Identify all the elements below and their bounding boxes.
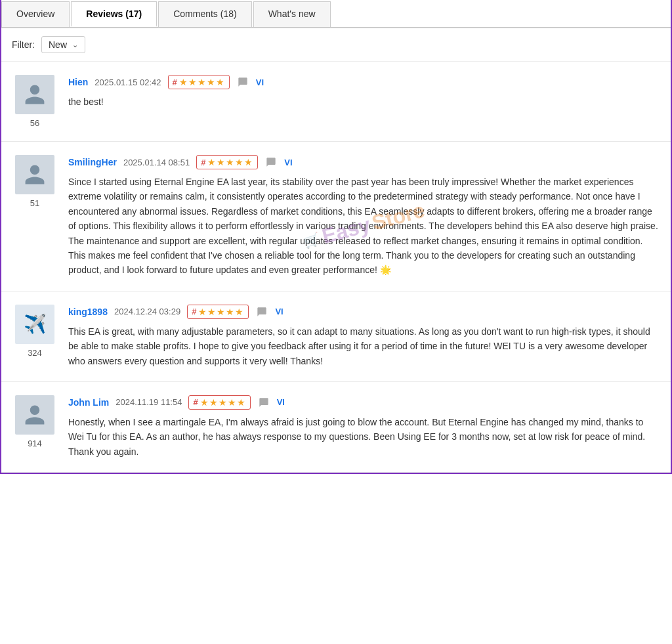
filter-bar: Filter: New ⌄ bbox=[1, 28, 671, 62]
review-date: 2024.11.19 11:54 bbox=[116, 397, 182, 407]
reviewer-name[interactable]: John Lim bbox=[68, 397, 109, 408]
reviewer-number: 51 bbox=[30, 198, 39, 208]
review-header: John Lim 2024.11.19 11:54 # ★★★★★ VI bbox=[68, 395, 660, 410]
rating-badge: # ★★★★★ bbox=[187, 305, 249, 319]
hash-icon: # bbox=[192, 307, 196, 316]
jet-emoji: ✈️ bbox=[24, 313, 47, 335]
reviewer-avatar-col: ✈️ 324 bbox=[12, 305, 58, 368]
tab-bar: Overview Reviews (17) Comments (18) What… bbox=[1, 0, 671, 28]
avatar bbox=[15, 155, 54, 194]
hash-icon: # bbox=[201, 158, 205, 167]
reviewer-number: 56 bbox=[30, 118, 39, 128]
review-text: the best! bbox=[68, 95, 660, 109]
review-date: 2025.01.14 08:51 bbox=[123, 158, 190, 167]
review-item: ✈️ 324 king1898 2024.12.24 03:29 # ★★★★★ bbox=[1, 291, 671, 382]
tab-overview[interactable]: Overview bbox=[1, 1, 70, 27]
avatar: ✈️ bbox=[15, 305, 54, 344]
filter-dropdown[interactable]: New ⌄ bbox=[41, 36, 85, 53]
comment-icon bbox=[257, 397, 270, 408]
review-item: 914 John Lim 2024.11.19 11:54 # ★★★★★ bbox=[1, 382, 671, 473]
speech-bubble-icon bbox=[255, 307, 268, 317]
lang-badge: VI bbox=[256, 77, 264, 87]
filter-label: Filter: bbox=[12, 39, 35, 50]
reviewer-number: 914 bbox=[28, 439, 42, 448]
speech-bubble-icon bbox=[264, 157, 278, 167]
person-icon bbox=[23, 83, 47, 106]
review-header: king1898 2024.12.24 03:29 # ★★★★★ VI bbox=[68, 305, 660, 319]
stars: ★★★★★ bbox=[207, 157, 253, 167]
comment-icon bbox=[255, 307, 268, 317]
lang-badge: VI bbox=[275, 307, 283, 316]
tab-whatsnew[interactable]: What's new bbox=[253, 1, 331, 27]
review-header: Hien 2025.01.15 02:42 # ★★★★★ VI bbox=[68, 75, 660, 89]
review-item: 56 Hien 2025.01.15 02:42 # ★★★★★ VI bbox=[1, 62, 671, 142]
review-text: Since I started using Eternal Engine EA … bbox=[68, 175, 660, 278]
stars: ★★★★★ bbox=[179, 77, 225, 87]
review-content: Hien 2025.01.15 02:42 # ★★★★★ VI the bes… bbox=[68, 75, 660, 128]
speech-bubble-icon bbox=[236, 77, 249, 87]
reviews-list: 56 Hien 2025.01.15 02:42 # ★★★★★ VI bbox=[1, 62, 671, 473]
review-item: 51 SmilingHer 2025.01.14 08:51 # ★★★★★ bbox=[1, 142, 671, 291]
review-text: Honestly, when I see a martingale EA, I'… bbox=[68, 415, 660, 459]
lang-badge: VI bbox=[277, 397, 285, 407]
stars: ★★★★★ bbox=[200, 397, 246, 408]
avatar bbox=[15, 75, 54, 114]
chevron-down-icon: ⌄ bbox=[72, 41, 78, 49]
rating-badge: # ★★★★★ bbox=[188, 395, 250, 410]
review-content: king1898 2024.12.24 03:29 # ★★★★★ VI Thi… bbox=[68, 305, 660, 368]
filter-selected-value: New bbox=[49, 39, 67, 50]
reviewer-number: 324 bbox=[28, 348, 42, 358]
person-icon bbox=[23, 403, 47, 427]
reviewer-name[interactable]: Hien bbox=[68, 77, 88, 87]
reviewer-name[interactable]: king1898 bbox=[68, 307, 108, 317]
reviewer-avatar-col: 914 bbox=[12, 395, 58, 459]
person-icon bbox=[23, 163, 47, 186]
reviewer-avatar-col: 56 bbox=[12, 75, 58, 128]
review-date: 2024.12.24 03:29 bbox=[114, 307, 180, 316]
review-header: SmilingHer 2025.01.14 08:51 # ★★★★★ VI bbox=[68, 155, 660, 169]
hash-icon: # bbox=[173, 77, 177, 87]
review-content: John Lim 2024.11.19 11:54 # ★★★★★ VI Hon… bbox=[68, 395, 660, 459]
stars: ★★★★★ bbox=[198, 307, 244, 317]
review-date: 2025.01.15 02:42 bbox=[94, 77, 161, 87]
reviewer-name[interactable]: SmilingHer bbox=[68, 157, 117, 167]
review-text: This EA is great, with many adjustable p… bbox=[68, 324, 660, 368]
rating-badge: # ★★★★★ bbox=[196, 155, 258, 169]
review-content: SmilingHer 2025.01.14 08:51 # ★★★★★ VI S… bbox=[68, 155, 660, 278]
comment-icon bbox=[264, 157, 278, 167]
review-text-wrapper: Since I started using Eternal Engine EA … bbox=[68, 175, 660, 278]
lang-badge: VI bbox=[284, 158, 292, 167]
main-container: Overview Reviews (17) Comments (18) What… bbox=[0, 0, 672, 474]
speech-bubble-icon bbox=[257, 397, 270, 408]
hash-icon: # bbox=[193, 397, 198, 407]
tab-reviews[interactable]: Reviews (17) bbox=[71, 1, 157, 27]
tab-comments[interactable]: Comments (18) bbox=[158, 1, 251, 27]
comment-icon bbox=[236, 77, 249, 87]
avatar bbox=[15, 395, 54, 435]
rating-badge: # ★★★★★ bbox=[168, 75, 230, 89]
reviewer-avatar-col: 51 bbox=[12, 155, 58, 278]
